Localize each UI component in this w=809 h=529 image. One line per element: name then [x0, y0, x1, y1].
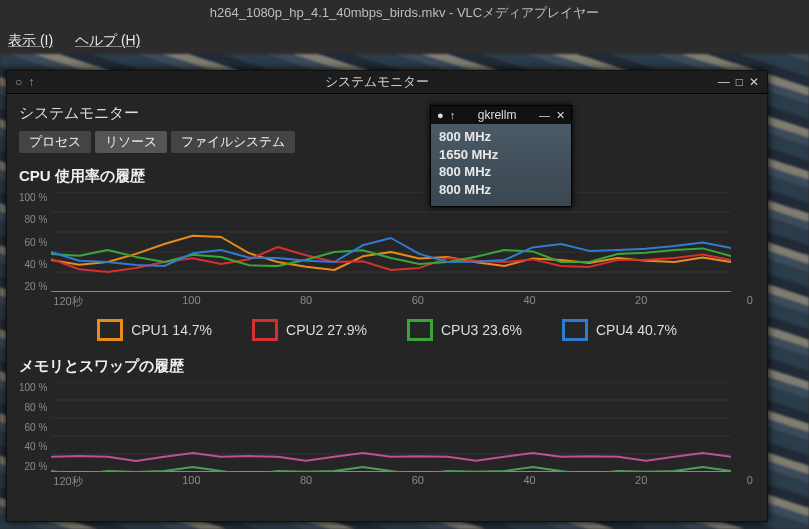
mem-history-title: メモリとスワップの履歴 [19, 357, 755, 376]
mem-y-axis: 100 %80 %60 %40 %20 % [19, 382, 51, 488]
gkrellm-window[interactable]: ● ↑ gkrellm — ✕ 800 MHz 1650 MHz 800 MHz… [430, 105, 572, 207]
gkrellm-pin-icon[interactable]: ↑ [450, 109, 456, 121]
close-icon[interactable]: ✕ [749, 75, 759, 89]
tab-processes[interactable]: プロセス [19, 131, 91, 153]
system-monitor-window: ○ ↑ システムモニター — □ ✕ システムモニター プロセス リソース ファ… [6, 70, 768, 522]
mem-x-axis: 120秒100806040200 [51, 472, 755, 489]
vlc-menu-help[interactable]: ヘルプ (H) [75, 32, 140, 48]
pin-icon[interactable]: ↑ [28, 75, 34, 89]
tab-resources[interactable]: リソース [95, 131, 167, 153]
cpu2-legend-label: CPU2 27.9% [286, 322, 367, 338]
cpu2-swatch [252, 319, 278, 341]
cpu3-swatch [407, 319, 433, 341]
cpu-chart: 100 %80 %60 %40 %20 % 120秒100806040200 [19, 192, 755, 309]
system-monitor-app-title: システムモニター [19, 104, 755, 123]
gkrellm-menu-icon[interactable]: ● [437, 109, 444, 121]
tabs: プロセス リソース ファイルシステム [19, 131, 755, 153]
system-monitor-titlebar[interactable]: ○ ↑ システムモニター — □ ✕ [7, 71, 767, 94]
vlc-window-title: h264_1080p_hp_4.1_40mbps_birds.mkv - VLC… [0, 0, 809, 26]
cpu4-legend-label: CPU4 40.7% [596, 322, 677, 338]
gkrellm-line: 800 MHz [439, 181, 563, 199]
cpu-history-title: CPU 使用率の履歴 [19, 167, 755, 186]
mem-chart: 100 %80 %60 %40 %20 % 120秒100806040200 [19, 382, 755, 489]
maximize-icon[interactable]: □ [736, 75, 743, 89]
gkrellm-close-icon[interactable]: ✕ [556, 109, 565, 122]
cpu-legend: CPU1 14.7% CPU2 27.9% CPU3 23.6% CPU4 40… [19, 319, 755, 341]
cpu1-swatch [97, 319, 123, 341]
cpu-y-axis: 100 %80 %60 %40 %20 % [19, 192, 51, 308]
window-menu-icon[interactable]: ○ [15, 75, 22, 89]
gkrellm-title: gkrellm [461, 108, 533, 122]
gkrellm-body: 800 MHz 1650 MHz 800 MHz 800 MHz [431, 124, 571, 206]
cpu3-legend-label: CPU3 23.6% [441, 322, 522, 338]
cpu-chart-canvas [51, 192, 731, 292]
vlc-menubar: 表示 (I) ヘルプ (H) [0, 26, 809, 55]
gkrellm-titlebar[interactable]: ● ↑ gkrellm — ✕ [431, 106, 571, 124]
system-monitor-window-title: システムモニター [55, 73, 699, 91]
mem-chart-canvas [51, 382, 731, 472]
gkrellm-line: 1650 MHz [439, 146, 563, 164]
cpu1-legend-label: CPU1 14.7% [131, 322, 212, 338]
gkrellm-line: 800 MHz [439, 128, 563, 146]
gkrellm-minimize-icon[interactable]: — [539, 109, 550, 121]
tab-filesystems[interactable]: ファイルシステム [171, 131, 295, 153]
cpu4-swatch [562, 319, 588, 341]
gkrellm-line: 800 MHz [439, 163, 563, 181]
minimize-icon[interactable]: — [718, 75, 730, 89]
vlc-menu-view[interactable]: 表示 (I) [8, 32, 53, 48]
cpu-x-axis: 120秒100806040200 [51, 292, 755, 309]
